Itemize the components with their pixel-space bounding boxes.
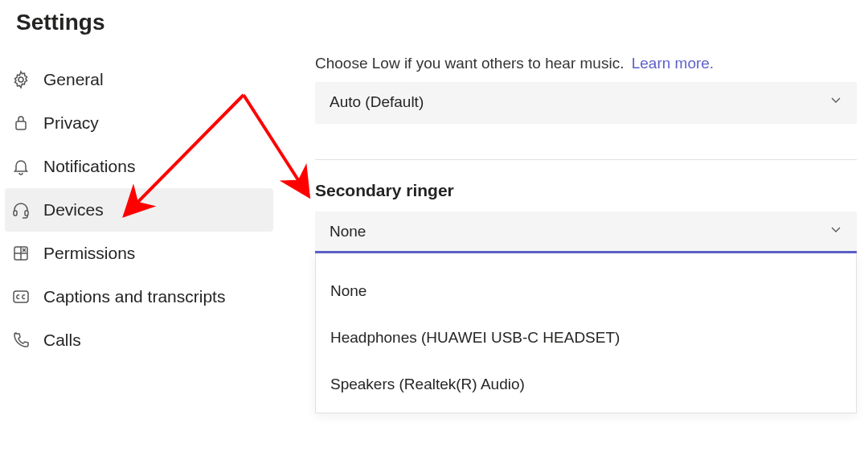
sidebar-item-notifications[interactable]: Notifications bbox=[5, 145, 273, 188]
phone-icon bbox=[11, 331, 43, 350]
chevron-down-icon bbox=[828, 221, 844, 241]
dropdown-option[interactable]: Headphones (HUAWEI USB-C HEADSET) bbox=[316, 314, 856, 361]
sidebar-item-label: Captions and transcripts bbox=[43, 287, 225, 306]
sidebar-item-label: Calls bbox=[43, 331, 81, 350]
sidebar-item-label: Privacy bbox=[43, 113, 99, 133]
hint-text: Choose Low if you want others to hear mu… bbox=[315, 55, 624, 72]
sidebar-item-calls[interactable]: Calls bbox=[5, 318, 273, 362]
lock-icon bbox=[11, 113, 43, 133]
learn-more-link[interactable]: Learn more. bbox=[632, 55, 714, 72]
sidebar-item-captions[interactable]: Captions and transcripts bbox=[5, 275, 273, 318]
sidebar-item-label: Permissions bbox=[43, 244, 135, 263]
secondary-ringer-label: Secondary ringer bbox=[315, 181, 857, 200]
headset-icon bbox=[11, 200, 43, 220]
sidebar-item-permissions[interactable]: Permissions bbox=[5, 232, 273, 275]
cc-icon bbox=[11, 287, 43, 306]
secondary-ringer-dropdown: None Headphones (HUAWEI USB-C HEADSET) S… bbox=[315, 253, 857, 413]
page-title: Settings bbox=[0, 0, 868, 35]
select-value: None bbox=[330, 223, 366, 240]
gear-icon bbox=[11, 70, 43, 89]
svg-rect-9 bbox=[14, 291, 28, 302]
svg-rect-1 bbox=[16, 121, 26, 129]
secondary-ringer-select[interactable]: None bbox=[315, 212, 857, 253]
bell-icon bbox=[11, 157, 43, 176]
select-value: Auto (Default) bbox=[330, 93, 424, 111]
app-grid-icon bbox=[11, 244, 43, 263]
dropdown-option[interactable]: Speakers (Realtek(R) Audio) bbox=[316, 361, 856, 408]
sidebar-item-privacy[interactable]: Privacy bbox=[5, 101, 273, 145]
sidebar-item-devices[interactable]: Devices bbox=[5, 188, 273, 232]
sidebar-item-label: General bbox=[43, 70, 104, 89]
svg-rect-3 bbox=[25, 211, 28, 216]
section-divider bbox=[315, 159, 857, 160]
chevron-down-icon bbox=[828, 92, 844, 113]
audio-mode-select[interactable]: Auto (Default) bbox=[315, 82, 857, 124]
sidebar-item-label: Notifications bbox=[43, 157, 135, 176]
sidebar-item-general[interactable]: General bbox=[5, 58, 273, 101]
sidebar-item-label: Devices bbox=[43, 200, 104, 220]
audio-hint: Choose Low if you want others to hear mu… bbox=[315, 55, 857, 72]
settings-main: Choose Low if you want others to hear mu… bbox=[273, 58, 868, 413]
svg-rect-2 bbox=[14, 211, 17, 216]
settings-sidebar: General Privacy Notifications Devices Pe bbox=[0, 58, 273, 413]
svg-point-0 bbox=[18, 77, 23, 82]
settings-layout: General Privacy Notifications Devices Pe bbox=[0, 58, 868, 413]
dropdown-option[interactable]: None bbox=[316, 268, 856, 314]
